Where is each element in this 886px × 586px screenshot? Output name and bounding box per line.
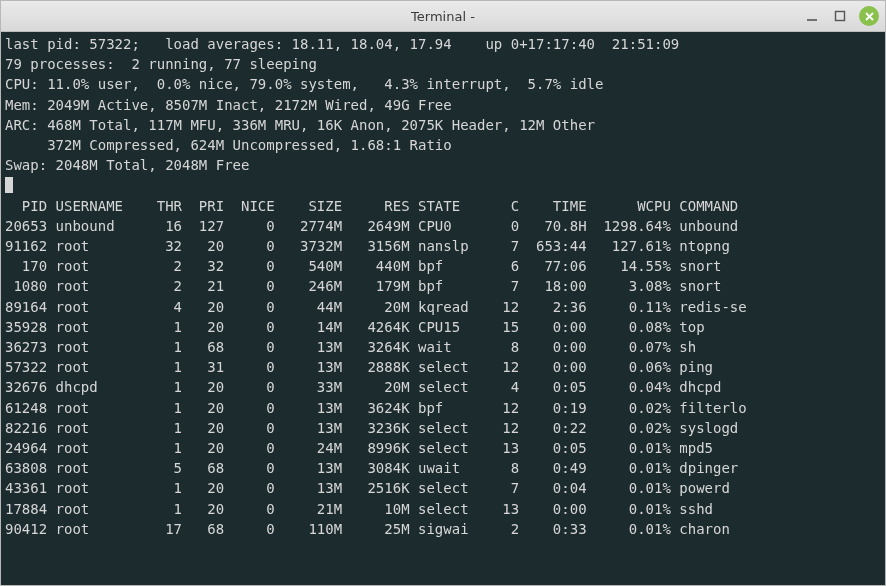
process-row: 43361 root 1 20 0 13M 2516K select 7 0:0… xyxy=(5,480,730,496)
svg-rect-1 xyxy=(836,12,845,21)
summary-line-2: CPU: 11.0% user, 0.0% nice, 79.0% system… xyxy=(5,76,603,92)
maximize-icon xyxy=(834,10,846,22)
process-row: 82216 root 1 20 0 13M 3236K select 12 0:… xyxy=(5,420,738,436)
process-row: 89164 root 4 20 0 44M 20M kqread 12 2:36… xyxy=(5,299,747,315)
process-row: 91162 root 32 20 0 3732M 3156M nanslp 7 … xyxy=(5,238,730,254)
window-titlebar[interactable]: Terminal - xyxy=(1,1,885,32)
summary-line-1: 79 processes: 2 running, 77 sleeping xyxy=(5,56,317,72)
cursor xyxy=(5,177,13,193)
summary-line-6: Swap: 2048M Total, 2048M Free xyxy=(5,157,249,173)
terminal-body[interactable]: last pid: 57322; load averages: 18.11, 1… xyxy=(1,32,885,585)
process-row: 20653 unbound 16 127 0 2774M 2649M CPU0 … xyxy=(5,218,738,234)
window-title: Terminal - xyxy=(1,9,885,24)
process-row: 36273 root 1 68 0 13M 3264K wait 8 0:00 … xyxy=(5,339,696,355)
process-row: 90412 root 17 68 0 110M 25M sigwai 2 0:3… xyxy=(5,521,730,537)
process-row: 17884 root 1 20 0 21M 10M select 13 0:00… xyxy=(5,501,713,517)
minimize-button[interactable] xyxy=(803,7,821,25)
maximize-button[interactable] xyxy=(831,7,849,25)
summary-line-4: ARC: 468M Total, 117M MFU, 336M MRU, 16K… xyxy=(5,117,595,133)
process-row: 57322 root 1 31 0 13M 2888K select 12 0:… xyxy=(5,359,713,375)
process-row: 35928 root 1 20 0 14M 4264K CPU15 15 0:0… xyxy=(5,319,705,335)
process-table-header: PID USERNAME THR PRI NICE SIZE RES STATE… xyxy=(5,198,738,214)
process-row: 24964 root 1 20 0 24M 8996K select 13 0:… xyxy=(5,440,713,456)
process-row: 1080 root 2 21 0 246M 179M bpf 7 18:00 3… xyxy=(5,278,721,294)
terminal-window: Terminal - last pid: 57322; load average… xyxy=(0,0,886,586)
process-row: 170 root 2 32 0 540M 440M bpf 6 77:06 14… xyxy=(5,258,721,274)
summary-line-0: last pid: 57322; load averages: 18.11, 1… xyxy=(5,36,679,52)
close-button[interactable] xyxy=(859,6,879,26)
minimize-icon xyxy=(806,10,818,22)
window-controls xyxy=(803,1,879,31)
summary-line-3: Mem: 2049M Active, 8507M Inact, 2172M Wi… xyxy=(5,97,452,113)
process-row: 32676 dhcpd 1 20 0 33M 20M select 4 0:05… xyxy=(5,379,721,395)
process-row: 61248 root 1 20 0 13M 3624K bpf 12 0:19 … xyxy=(5,400,747,416)
process-row: 63808 root 5 68 0 13M 3084K uwait 8 0:49… xyxy=(5,460,738,476)
close-icon xyxy=(864,11,875,22)
summary-line-5: 372M Compressed, 624M Uncompressed, 1.68… xyxy=(5,137,452,153)
